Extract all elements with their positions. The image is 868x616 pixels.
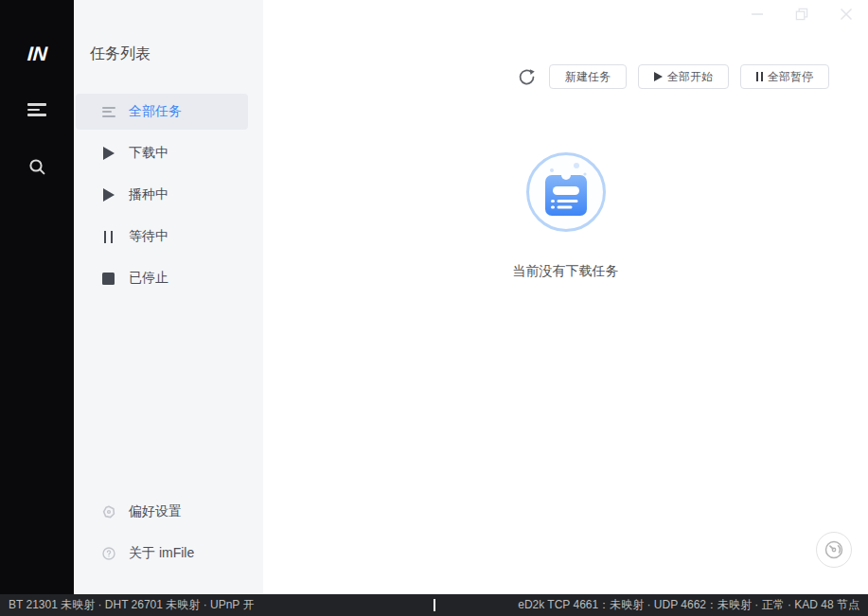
status-divider <box>434 599 435 611</box>
sidebar-title: 任务列表 <box>90 44 263 64</box>
empty-state: 当前没有下载任务 <box>263 152 868 280</box>
sidebar-item-waiting[interactable]: 等待中 <box>76 219 248 255</box>
app-window: IN 任务列表 全部任务 下载中 <box>0 0 868 616</box>
sidebar-item-label: 下载中 <box>129 145 168 162</box>
search-icon[interactable] <box>26 157 48 176</box>
maximize-icon[interactable] <box>779 0 824 28</box>
question-icon <box>101 547 115 560</box>
button-label: 新建任务 <box>565 69 611 85</box>
task-nav: 全部任务 下载中 播种中 等待中 已停止 <box>74 94 263 302</box>
status-ed2k: eD2k TCP 4661：未映射 · UDP 4662：未映射 · 正常 · … <box>518 597 859 613</box>
pause-icon <box>756 72 763 81</box>
window-controls <box>735 0 868 28</box>
main-panel: 新建任务 全部开始 全部暂停 <box>263 0 868 594</box>
speed-gauge-icon[interactable] <box>816 532 852 568</box>
sidebar-item-all-tasks[interactable]: 全部任务 <box>76 94 248 130</box>
gear-icon <box>101 505 115 519</box>
play-icon <box>101 188 115 202</box>
play-icon <box>101 147 115 160</box>
close-icon[interactable] <box>824 0 868 28</box>
refresh-icon[interactable] <box>516 66 537 87</box>
sidebar-item-about[interactable]: 关于 imFile <box>76 536 248 572</box>
task-document-icon <box>526 152 606 232</box>
sidebar-item-label: 等待中 <box>129 228 168 245</box>
pause-all-button[interactable]: 全部暂停 <box>740 64 829 89</box>
task-menu-glyph <box>27 103 46 116</box>
sidebar-item-stopped[interactable]: 已停止 <box>76 260 248 296</box>
button-label: 全部暂停 <box>768 69 813 85</box>
sidebar-item-label: 全部任务 <box>129 103 182 120</box>
sidebar-item-seeding[interactable]: 播种中 <box>76 177 248 213</box>
search-glyph <box>28 158 46 176</box>
new-task-button[interactable]: 新建任务 <box>549 64 627 89</box>
status-bar: BT 21301 未映射 · DHT 26701 未映射 · UPnP 开 eD… <box>0 594 868 616</box>
play-icon <box>654 72 663 81</box>
sidebar-item-downloading[interactable]: 下载中 <box>76 135 248 171</box>
stop-icon <box>101 273 115 285</box>
task-toolbar: 新建任务 全部开始 全部暂停 <box>516 64 829 89</box>
pause-icon <box>101 231 115 243</box>
content-area: IN 任务列表 全部任务 下载中 <box>0 0 868 594</box>
sidebar-item-label: 播种中 <box>129 186 168 203</box>
status-bt: BT 21301 未映射 · DHT 26701 未映射 · UPnP 开 <box>9 597 254 613</box>
app-logo: IN <box>27 43 48 65</box>
sidebar-item-label: 已停止 <box>129 270 168 287</box>
footer-item-label: 偏好设置 <box>129 503 182 520</box>
start-all-button[interactable]: 全部开始 <box>638 64 729 89</box>
sidebar-footer: 偏好设置 关于 imFile <box>74 494 263 577</box>
task-menu-icon[interactable] <box>26 100 48 119</box>
empty-state-message: 当前没有下载任务 <box>513 263 619 280</box>
minimize-icon[interactable] <box>735 0 779 28</box>
list-icon <box>101 107 115 117</box>
footer-item-label: 关于 imFile <box>129 545 194 562</box>
sidebar-item-preferences[interactable]: 偏好设置 <box>76 494 248 530</box>
sidebar: 任务列表 全部任务 下载中 播种中 等待中 <box>74 0 263 594</box>
app-rail: IN <box>0 0 74 594</box>
button-label: 全部开始 <box>667 69 713 85</box>
